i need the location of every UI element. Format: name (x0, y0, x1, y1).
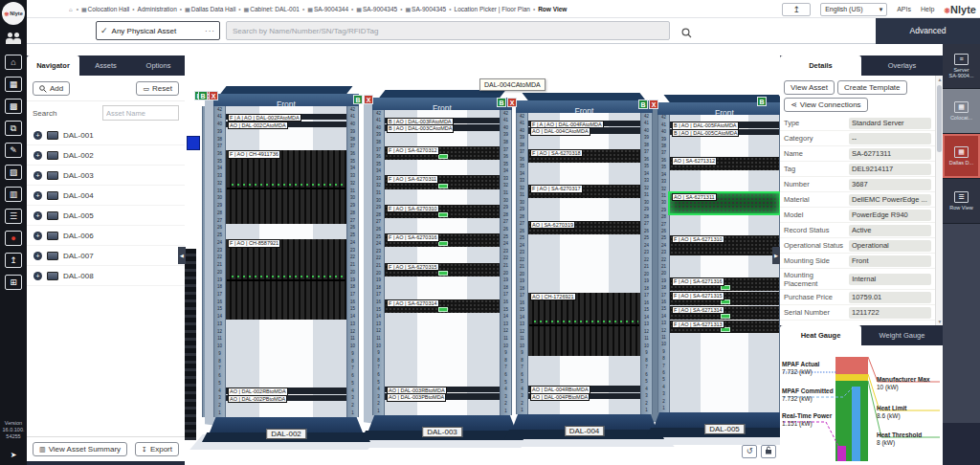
server-asset[interactable]: F | AO | SA-6270312 (385, 146, 500, 160)
field-value[interactable]: Standard Server (849, 118, 931, 129)
marker-x[interactable]: X (649, 100, 658, 109)
asset-label-row[interactable]: AO | DAL-003RBtoMDA (385, 387, 500, 393)
sidebar-collapse-icon[interactable]: ➤ (0, 451, 27, 459)
blade-chassis-asset[interactable]: F | AO | CH-4911736 (226, 150, 346, 223)
server-asset[interactable]: AO | SA-6271312 (670, 157, 779, 170)
field-value[interactable]: PowerEdge R940 (849, 210, 931, 221)
server-asset[interactable]: F | AO | SA-6270310 (385, 205, 500, 218)
language-select[interactable]: English (US)▾ (820, 3, 887, 16)
server-asset[interactable]: F | AO | SA-6271316 (670, 277, 779, 291)
expand-plus-icon[interactable]: + (33, 131, 42, 140)
tree-item[interactable]: +DAL-002 (27, 145, 185, 166)
tab-options[interactable]: Options (132, 55, 185, 76)
server-asset[interactable]: AO | SA-6270319 (528, 221, 640, 234)
marker-x[interactable]: X (507, 98, 517, 107)
tab-heat-gauge[interactable]: Heat Gauge (780, 325, 861, 345)
breadcrumb-item[interactable]: Dallas Data Hall (191, 6, 236, 12)
tree-item[interactable]: +DAL-008 (27, 266, 185, 286)
scroll-thumb[interactable] (937, 85, 942, 152)
rack-dal-002[interactable]: FrontBX424140393837363534333231302928272… (213, 86, 359, 442)
view-asset-button[interactable]: View Asset (784, 80, 835, 95)
grid-icon[interactable]: ⊞ (5, 275, 22, 290)
asset-label-row[interactable]: AO | DAL-002PBtoMDA (226, 395, 346, 402)
add-button[interactable]: Add (33, 81, 70, 96)
breadcrumb-item[interactable]: Row View (538, 6, 567, 12)
server-asset[interactable]: F | AO | SA-6271313 (670, 321, 779, 334)
hierarchy-icon[interactable]: ⧉ (5, 121, 22, 136)
asset-name-input[interactable] (102, 105, 179, 121)
recent-item[interactable]: ☰Row View (943, 179, 980, 224)
list-icon[interactable]: ☰ (5, 209, 22, 224)
field-value[interactable]: Active (849, 225, 931, 236)
server-asset[interactable]: F | AO | SA-6271314 (670, 306, 779, 320)
help-link[interactable]: Help (921, 6, 934, 12)
reset-rotation-button[interactable]: ↺ (742, 445, 757, 458)
blue-asset[interactable] (187, 136, 200, 150)
export-icon[interactable]: ↥ (5, 253, 22, 268)
upload-button[interactable]: ↥ (782, 3, 811, 16)
expand-plus-icon[interactable]: + (33, 272, 42, 280)
blade-chassis-asset[interactable]: AO | CH-1726921 (528, 293, 640, 357)
asset-label-row[interactable]: AO | DAL-004CAtoMDA (528, 127, 640, 134)
tab-assets[interactable]: Assets (79, 55, 132, 76)
home-icon[interactable]: ⌂ (69, 7, 73, 12)
field-value[interactable]: DEL9214117 (849, 164, 931, 175)
server-asset[interactable]: F | AO | SA-6270315 (385, 263, 500, 277)
marker-b[interactable]: B (198, 91, 208, 100)
unlock-button[interactable] (761, 445, 776, 458)
expand-plus-icon[interactable]: + (33, 232, 42, 240)
field-value[interactable]: SA-6271311 (849, 148, 931, 160)
expand-plus-icon[interactable]: + (33, 151, 42, 160)
field-value[interactable]: 1211722 (849, 307, 931, 319)
navigator-collapse-handle[interactable]: ◀ (178, 247, 186, 264)
expand-plus-icon[interactable]: + (33, 252, 42, 260)
create-template-button[interactable]: Create Template (837, 80, 907, 95)
asset-label-row[interactable]: AO | DAL-002CAtoMDA (226, 122, 346, 128)
breadcrumb-item[interactable]: SA-9004344 (314, 6, 348, 12)
asset-label-row[interactable]: B | AO | DAL-003CAtoMDA (385, 124, 500, 131)
breadcrumb-item[interactable]: SA-9004345 (363, 6, 397, 12)
recent-item[interactable]: ▦Dallas D... (943, 134, 980, 179)
asset-label-row[interactable]: AO | DAL-002RBtoMDA (226, 388, 346, 394)
tree-item[interactable]: +DAL-007 (27, 246, 185, 266)
image-icon[interactable]: ▨ (5, 165, 22, 180)
asset-label-row[interactable]: B | AO | DAL-005FAtoMDA (670, 122, 779, 127)
breadcrumb-item[interactable]: Location Picker | Floor Plan (455, 6, 530, 12)
tree-item[interactable]: +DAL-005 (27, 206, 185, 226)
tree-item[interactable]: +DAL-006 (27, 226, 185, 246)
reset-button[interactable]: ▭ Reset (136, 81, 179, 96)
apis-link[interactable]: APIs (897, 6, 911, 12)
expand-plus-icon[interactable]: + (33, 191, 42, 200)
server-asset[interactable]: F | AO | SA-6271310 (670, 235, 779, 255)
rack-dal-003[interactable]: FrontBX424140393837363534333231302928272… (372, 90, 512, 440)
view-connections-button[interactable]: ⋖ View Connections (784, 98, 868, 112)
tab-navigator[interactable]: Navigator (27, 55, 79, 76)
field-value[interactable]: 3687 (849, 179, 931, 190)
view-asset-summary-button[interactable]: ▥ View Asset Summary (33, 442, 127, 456)
tab-details[interactable]: Details (780, 55, 861, 76)
search-input[interactable] (226, 21, 670, 40)
tree-item[interactable]: +DAL-003 (27, 166, 185, 186)
home-icon[interactable]: ⌂ (5, 55, 22, 70)
tab-overlays[interactable]: Overlays (861, 55, 943, 76)
search-icon[interactable] (681, 25, 692, 42)
details-collapse-handle[interactable]: ▶ (772, 247, 780, 264)
blade-chassis-asset[interactable]: F | AO | CH-8587921 (226, 239, 346, 320)
field-value[interactable]: Front (849, 255, 931, 267)
expand-plus-icon[interactable]: + (33, 171, 42, 180)
recent-item[interactable]: ▦Colocat... (943, 89, 980, 134)
asset-label-row[interactable]: F | A | AO | DAL-002FAtoMDA (226, 114, 346, 121)
qr-code-icon[interactable]: ▩ (5, 99, 22, 114)
breadcrumb-item[interactable]: Cabinet: DAL-001 (250, 6, 300, 12)
asset-filter-dropdown[interactable]: ✓ Any Physical Asset ··· (96, 21, 220, 40)
recent-item[interactable]: ≡Server SA-9004... (943, 44, 980, 89)
export-button[interactable]: ↧ Export (135, 442, 179, 456)
asset-label-row[interactable]: F | A | AO | DAL-004FAtoMDA (528, 121, 640, 127)
field-value[interactable]: Operational (849, 240, 931, 252)
server-asset[interactable]: AO | SA-6271311 (670, 193, 779, 213)
asset-label-row[interactable]: B | AO | DAL-005CAtoMDA (670, 129, 779, 135)
marker-b[interactable]: B (353, 95, 363, 104)
server-asset[interactable]: F | AO | SA-6270317 (528, 185, 640, 198)
field-value[interactable]: DellEMC PowerEdge ... (849, 194, 931, 206)
marker-b[interactable]: B (638, 100, 648, 109)
